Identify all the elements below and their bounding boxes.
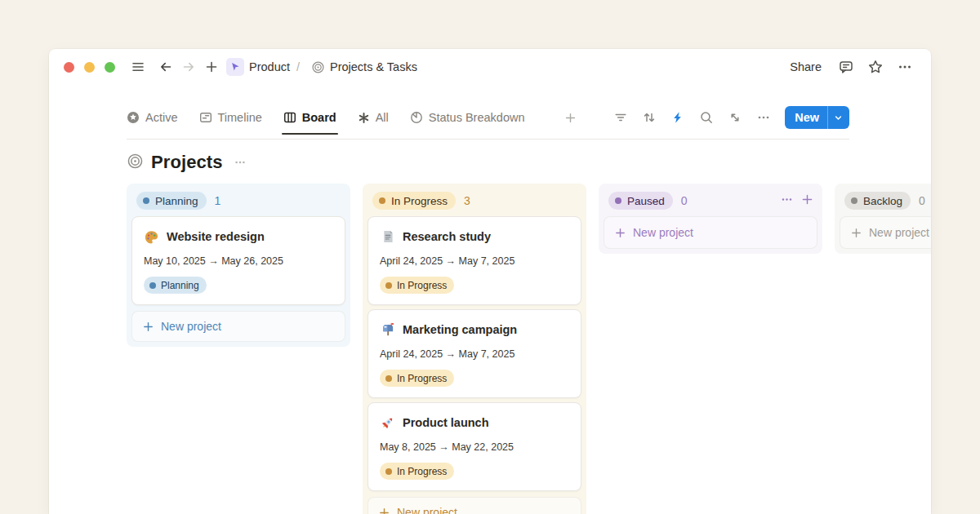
search-icon[interactable] bbox=[696, 107, 717, 128]
new-project-label: New project bbox=[633, 226, 693, 239]
tab-label: Active bbox=[145, 111, 178, 124]
chevron-down-icon[interactable] bbox=[827, 106, 849, 129]
new-button[interactable]: New bbox=[785, 106, 849, 129]
new-project-label: New project bbox=[869, 226, 929, 239]
rocket-emoji bbox=[380, 415, 395, 431]
share-button[interactable]: Share bbox=[783, 57, 828, 77]
new-project-button[interactable]: New project bbox=[131, 311, 345, 342]
column-count: 1 bbox=[215, 194, 221, 207]
timeline-view-icon bbox=[199, 111, 212, 124]
board-column-in-progress: In Progress 3 Research study April 24, 2… bbox=[363, 184, 586, 514]
status-label: In Progress bbox=[397, 280, 447, 291]
project-card-product-launch[interactable]: Product launch May 8, 2025 → May 22, 202… bbox=[368, 402, 581, 491]
new-project-button[interactable]: New project bbox=[604, 216, 817, 249]
title-more-icon[interactable] bbox=[233, 155, 247, 170]
status-badge: Backlog bbox=[844, 192, 911, 210]
status-dot bbox=[851, 197, 858, 204]
asterisk-icon bbox=[358, 112, 370, 124]
sort-icon[interactable] bbox=[639, 107, 660, 128]
zoom-button[interactable] bbox=[105, 62, 115, 73]
tab-label: Board bbox=[302, 111, 336, 124]
add-view-icon[interactable] bbox=[564, 111, 577, 125]
workspace-icon[interactable] bbox=[226, 58, 244, 76]
column-header[interactable]: In Progress 3 bbox=[368, 188, 581, 213]
new-page-plus-icon[interactable] bbox=[200, 55, 223, 78]
status-dot bbox=[385, 375, 392, 382]
status-dot bbox=[385, 282, 392, 289]
page-title: Projects bbox=[151, 152, 223, 173]
card-date-range: April 24, 2025 → May 7, 2025 bbox=[380, 255, 569, 268]
window-topbar: Product / Projects & Tasks Share bbox=[49, 49, 931, 85]
new-project-button[interactable]: New project bbox=[368, 497, 581, 514]
back-arrow-icon[interactable] bbox=[154, 55, 177, 78]
palette-emoji bbox=[144, 229, 159, 245]
minimize-button[interactable] bbox=[84, 62, 95, 73]
tab-label: Timeline bbox=[218, 111, 262, 124]
tab-label: All bbox=[376, 111, 389, 124]
column-add-icon[interactable] bbox=[800, 193, 814, 210]
card-status-badge: Planning bbox=[144, 277, 207, 294]
close-button[interactable] bbox=[64, 62, 74, 73]
card-status-badge: In Progress bbox=[380, 277, 454, 294]
card-date-range: May 10, 2025 → May 26, 2025 bbox=[144, 255, 333, 268]
new-project-button[interactable]: New project bbox=[840, 216, 931, 249]
breadcrumb-workspace[interactable]: Product bbox=[249, 60, 290, 73]
status-label: In Progress bbox=[397, 373, 447, 384]
more-options-icon[interactable] bbox=[893, 55, 916, 78]
card-title: Research study bbox=[403, 230, 491, 243]
forward-arrow-icon[interactable] bbox=[177, 55, 200, 78]
target-icon bbox=[311, 60, 325, 74]
new-project-label: New project bbox=[397, 506, 457, 514]
project-card-website-redesign[interactable]: Website redesign May 10, 2025 → May 26, … bbox=[131, 216, 345, 305]
column-count: 3 bbox=[464, 194, 470, 207]
project-card-research-study[interactable]: Research study April 24, 2025 → May 7, 2… bbox=[368, 216, 581, 305]
tab-status-breakdown[interactable]: Status Breakdown bbox=[410, 111, 525, 124]
plus-icon bbox=[850, 227, 862, 239]
expand-diagonal-icon[interactable] bbox=[724, 107, 746, 128]
status-badge: Paused bbox=[608, 192, 673, 210]
card-title: Product launch bbox=[403, 416, 489, 429]
mailbox-emoji bbox=[380, 322, 395, 338]
column-more-icon[interactable] bbox=[780, 193, 794, 210]
plus-icon bbox=[378, 507, 390, 514]
tab-all[interactable]: All bbox=[358, 111, 389, 124]
column-header[interactable]: Paused 0 bbox=[604, 188, 817, 213]
pie-chart-icon bbox=[410, 111, 423, 124]
app-window: Product / Projects & Tasks Share bbox=[49, 49, 931, 514]
tab-active[interactable]: Active bbox=[127, 111, 178, 124]
status-label: In Progress bbox=[391, 195, 448, 207]
bookmark-tabs-emoji bbox=[380, 229, 395, 245]
breadcrumb-page-title[interactable]: Projects & Tasks bbox=[330, 60, 417, 73]
column-header[interactable]: Backlog 0 bbox=[840, 188, 931, 213]
card-title: Marketing campaign bbox=[403, 323, 517, 336]
status-dot bbox=[615, 197, 621, 204]
filter-icon[interactable] bbox=[610, 107, 631, 128]
breadcrumb-separator: / bbox=[296, 60, 300, 73]
favorite-star-icon[interactable] bbox=[864, 55, 887, 78]
status-dot bbox=[143, 197, 149, 204]
status-label: Planning bbox=[161, 280, 199, 291]
comments-icon[interactable] bbox=[835, 55, 858, 78]
breadcrumb: Product / Projects & Tasks bbox=[249, 60, 417, 74]
column-header[interactable]: Planning 1 bbox=[131, 188, 345, 213]
new-project-label: New project bbox=[161, 320, 221, 333]
automations-lightning-icon[interactable] bbox=[667, 107, 688, 128]
view-tab-bar: Active Timeline Board All bbox=[127, 106, 849, 140]
plus-icon bbox=[614, 227, 626, 239]
board-column-paused: Paused 0 New project bbox=[599, 184, 822, 254]
tab-label: Status Breakdown bbox=[429, 111, 525, 124]
card-date-range: April 24, 2025 → May 7, 2025 bbox=[380, 348, 569, 361]
card-status-badge: In Progress bbox=[380, 463, 454, 480]
column-actions bbox=[780, 193, 814, 210]
traffic-lights bbox=[64, 62, 115, 73]
plus-icon bbox=[142, 321, 154, 333]
view-more-icon[interactable] bbox=[753, 107, 774, 128]
board-view-icon bbox=[283, 111, 296, 124]
tab-board[interactable]: Board bbox=[283, 111, 336, 124]
project-card-marketing-campaign[interactable]: Marketing campaign April 24, 2025 → May … bbox=[368, 309, 581, 398]
column-count: 0 bbox=[681, 194, 688, 207]
new-button-label: New bbox=[785, 111, 827, 124]
card-title: Website redesign bbox=[167, 230, 265, 243]
tab-timeline[interactable]: Timeline bbox=[199, 111, 262, 124]
sidebar-menu-icon[interactable] bbox=[127, 55, 149, 78]
